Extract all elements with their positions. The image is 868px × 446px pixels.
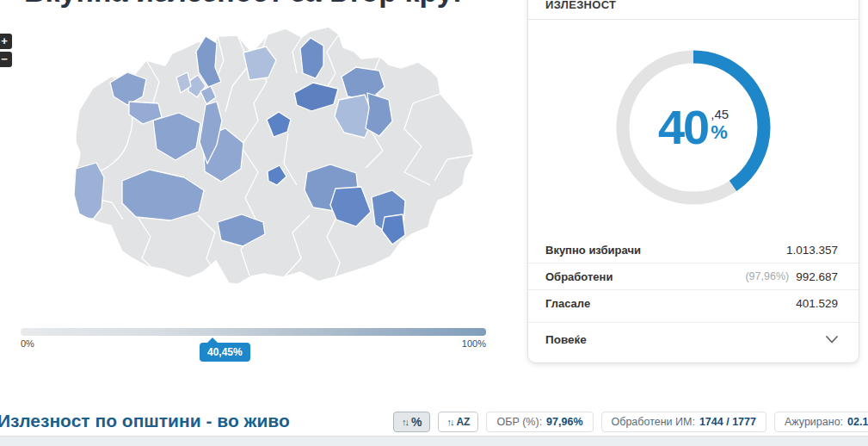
stat-value: 1.013.357 xyxy=(786,244,838,257)
gauge-value: 40 ,45 % xyxy=(612,46,775,209)
turnout-marker-value: 40,45% xyxy=(207,346,243,358)
more-toggle[interactable]: Повеќе xyxy=(528,322,859,356)
turnout-panel: ИЗЛЕЗНОСТ 40 ,45 % Вкупно избирачи 1.013… xyxy=(527,0,859,363)
badge-value: 97,96% xyxy=(546,416,582,428)
gauge-value-dec: ,45 xyxy=(711,108,729,122)
stat-row-total-voters: Вкупно избирачи 1.013.357 xyxy=(528,237,859,263)
sort-by-percent-button[interactable]: ↑↓ % xyxy=(393,412,430,432)
badge-value: 1744 / 1777 xyxy=(699,416,756,428)
chevron-down-icon[interactable] xyxy=(826,336,838,344)
stat-label: Обработени xyxy=(545,270,613,283)
sort-alphabetical-button[interactable]: ↑↓ AZ xyxy=(438,412,478,432)
turnout-gauge: 40 ,45 % xyxy=(612,46,775,209)
zoom-in-button[interactable]: + xyxy=(0,34,12,49)
turnout-stats: Вкупно избирачи 1.013.357 Обработени (97… xyxy=(528,237,859,317)
more-label: Повеќе xyxy=(545,333,587,346)
az-symbol: AZ xyxy=(456,416,470,428)
municipalities-controls: ↑↓ % ↑↓ AZ ОБР (%): 97,96% Обработени ИМ… xyxy=(393,412,868,432)
stat-label: Гласале xyxy=(545,297,590,310)
map-zoom-controls: + − xyxy=(0,34,12,67)
turnout-color-scale xyxy=(21,328,486,336)
scale-min-label: 0% xyxy=(21,338,34,349)
municipality-shape[interactable] xyxy=(300,38,323,78)
turnout-marker-tooltip: 40,45% xyxy=(200,343,250,362)
badge-label: Ажурирано: xyxy=(785,416,843,428)
stat-value: 401.529 xyxy=(796,297,838,310)
stat-label: Вкупно избирачи xyxy=(545,244,641,257)
sort-arrows-icon: ↑↓ xyxy=(446,417,452,427)
processed-percent-badge: ОБР (%): 97,96% xyxy=(486,412,593,432)
scale-labels: 0% 100% xyxy=(21,338,486,349)
percent-symbol: % xyxy=(411,415,422,429)
municipalities-section-heading: Излезност по општини - во живо xyxy=(0,411,290,431)
gauge-value-int: 40 xyxy=(658,103,708,152)
badge-label: Обработени ИМ: xyxy=(612,416,695,428)
turnout-dashboard: Вкупна излезност за втор круг + − xyxy=(0,0,868,446)
gauge-unit: % xyxy=(711,121,728,144)
panel-header: ИЗЛЕЗНОСТ xyxy=(528,0,859,20)
stat-extra-percent: (97,96%) xyxy=(745,270,789,282)
panel-title: ИЗЛЕЗНОСТ xyxy=(545,0,616,11)
lake-sliver xyxy=(74,218,95,222)
stat-value: 992.687 xyxy=(796,270,838,283)
last-updated-badge: Ажурирано: 02.11.2025 19:10 xyxy=(774,412,868,432)
zoom-out-button[interactable]: − xyxy=(0,52,12,67)
scale-max-label: 100% xyxy=(462,338,486,349)
sort-arrows-icon: ↑↓ xyxy=(402,417,408,427)
processed-stations-badge: Обработени ИМ: 1744 / 1777 xyxy=(601,412,766,432)
next-section-strip xyxy=(0,436,868,446)
badge-value: 02.11.2025 19:10 xyxy=(847,416,868,428)
stat-row-processed: Обработени (97,96%) 992.687 xyxy=(528,263,859,290)
badge-label: ОБР (%): xyxy=(496,416,542,428)
stat-row-voted: Гласале 401.529 xyxy=(528,290,859,317)
